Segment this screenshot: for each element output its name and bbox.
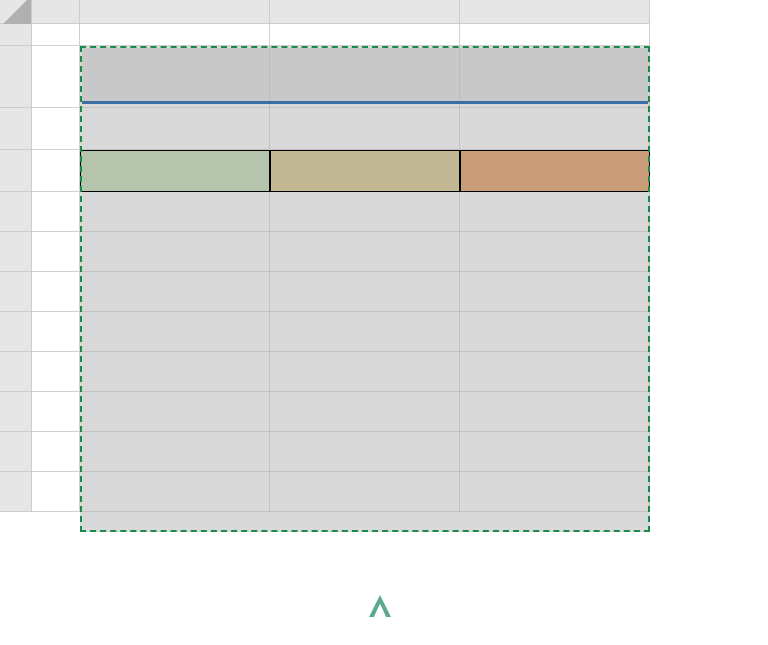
row-header-12[interactable]: [0, 472, 32, 512]
row-header-4[interactable]: [0, 150, 32, 192]
watermark: [369, 595, 399, 617]
col-header-b[interactable]: [80, 0, 270, 24]
col-header-c[interactable]: [270, 0, 460, 24]
select-all-corner[interactable]: [0, 0, 32, 24]
table-title: [82, 48, 648, 104]
row-header-8[interactable]: [0, 312, 32, 352]
row-header-10[interactable]: [0, 392, 32, 432]
header-salary: [270, 150, 460, 192]
watermark-icon: [369, 595, 391, 617]
row-header-2[interactable]: [0, 46, 32, 108]
row-header-7[interactable]: [0, 272, 32, 312]
row-header-5[interactable]: [0, 192, 32, 232]
col-header-a[interactable]: [32, 0, 80, 24]
header-salesperson: [80, 150, 270, 192]
row-header-11[interactable]: [0, 432, 32, 472]
row-header-6[interactable]: [0, 232, 32, 272]
header-state: [460, 150, 650, 192]
col-header-d[interactable]: [460, 0, 650, 24]
row-header-9[interactable]: [0, 352, 32, 392]
row-header-1[interactable]: [0, 24, 32, 46]
row-header-3[interactable]: [0, 108, 32, 150]
svg-marker-0: [0, 0, 31, 27]
